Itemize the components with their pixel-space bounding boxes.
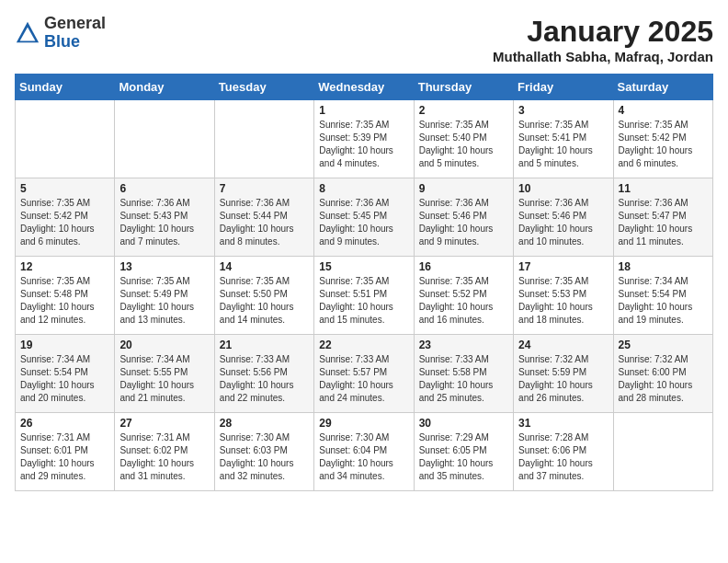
calendar-day-header: Monday [115,75,214,100]
day-info: Sunrise: 7:32 AMSunset: 6:00 PMDaylight:… [619,353,708,405]
day-number: 21 [220,339,309,351]
calendar-cell: 1Sunrise: 7:35 AMSunset: 5:39 PMDaylight… [314,100,414,178]
day-info: Sunrise: 7:35 AMSunset: 5:40 PMDaylight:… [419,119,508,170]
calendar-cell: 11Sunrise: 7:36 AMSunset: 5:47 PMDayligh… [613,178,712,257]
calendar-day-header: Sunday [16,75,115,100]
day-number: 7 [220,182,309,195]
calendar-subtitle: Muthallath Sabha, Mafraq, Jordan [493,49,713,64]
day-number: 31 [518,417,608,430]
day-info: Sunrise: 7:36 AMSunset: 5:47 PMDaylight:… [619,197,708,248]
day-number: 8 [319,182,408,195]
day-info: Sunrise: 7:33 AMSunset: 5:57 PMDaylight:… [319,353,408,405]
day-info: Sunrise: 7:35 AMSunset: 5:50 PMDaylight:… [220,275,309,327]
day-number: 23 [419,339,508,351]
day-info: Sunrise: 7:34 AMSunset: 5:55 PMDaylight:… [119,353,209,405]
day-number: 25 [619,339,708,351]
calendar-header-row: SundayMondayTuesdayWednesdayThursdayFrid… [16,75,713,100]
day-number: 3 [518,104,608,117]
day-info: Sunrise: 7:35 AMSunset: 5:39 PMDaylight:… [319,119,408,170]
day-number: 15 [319,260,408,273]
calendar-cell: 2Sunrise: 7:35 AMSunset: 5:40 PMDaylight… [414,100,513,178]
day-number: 2 [419,104,508,117]
day-info: Sunrise: 7:33 AMSunset: 5:58 PMDaylight:… [419,353,508,405]
day-info: Sunrise: 7:35 AMSunset: 5:42 PMDaylight:… [20,197,109,248]
day-number: 17 [518,260,608,273]
calendar-day-header: Tuesday [214,75,313,100]
calendar-week-row: 1Sunrise: 7:35 AMSunset: 5:39 PMDaylight… [16,100,713,178]
day-number: 19 [20,339,109,351]
calendar-cell: 19Sunrise: 7:34 AMSunset: 5:54 PMDayligh… [16,335,115,413]
calendar-cell: 15Sunrise: 7:35 AMSunset: 5:51 PMDayligh… [314,257,414,335]
calendar-cell [214,100,313,178]
day-number: 10 [518,182,608,195]
day-number: 11 [619,182,708,195]
day-number: 27 [119,417,209,430]
day-info: Sunrise: 7:31 AMSunset: 6:02 PMDaylight:… [119,431,209,483]
page-header: General Blue January 2025 Muthallath Sab… [15,15,713,64]
calendar-cell: 23Sunrise: 7:33 AMSunset: 5:58 PMDayligh… [414,335,513,413]
day-number: 6 [119,182,209,195]
day-info: Sunrise: 7:32 AMSunset: 5:59 PMDaylight:… [518,353,608,405]
calendar-week-row: 26Sunrise: 7:31 AMSunset: 6:01 PMDayligh… [16,413,713,491]
calendar-cell: 26Sunrise: 7:31 AMSunset: 6:01 PMDayligh… [16,413,115,491]
calendar-cell: 4Sunrise: 7:35 AMSunset: 5:42 PMDaylight… [613,100,712,178]
day-info: Sunrise: 7:35 AMSunset: 5:48 PMDaylight:… [20,275,109,327]
day-number: 22 [319,339,408,351]
day-info: Sunrise: 7:34 AMSunset: 5:54 PMDaylight:… [20,353,109,405]
calendar-cell [115,100,214,178]
calendar-cell: 25Sunrise: 7:32 AMSunset: 6:00 PMDayligh… [613,335,712,413]
calendar-cell: 10Sunrise: 7:36 AMSunset: 5:46 PMDayligh… [514,178,613,257]
calendar-cell: 17Sunrise: 7:35 AMSunset: 5:53 PMDayligh… [514,257,613,335]
calendar-cell: 8Sunrise: 7:36 AMSunset: 5:45 PMDaylight… [314,178,414,257]
calendar-cell: 14Sunrise: 7:35 AMSunset: 5:50 PMDayligh… [214,257,313,335]
day-info: Sunrise: 7:36 AMSunset: 5:46 PMDaylight:… [419,197,508,248]
calendar-cell: 31Sunrise: 7:28 AMSunset: 6:06 PMDayligh… [514,413,613,491]
logo-icon [15,20,40,46]
day-info: Sunrise: 7:28 AMSunset: 6:06 PMDaylight:… [518,431,608,483]
calendar-cell: 21Sunrise: 7:33 AMSunset: 5:56 PMDayligh… [214,335,313,413]
day-info: Sunrise: 7:36 AMSunset: 5:46 PMDaylight:… [518,197,608,248]
day-info: Sunrise: 7:30 AMSunset: 6:03 PMDaylight:… [220,431,309,483]
calendar-week-row: 5Sunrise: 7:35 AMSunset: 5:42 PMDaylight… [16,178,713,257]
day-number: 4 [619,104,708,117]
calendar-title: January 2025 [493,15,713,49]
calendar-day-header: Thursday [414,75,513,100]
calendar-day-header: Wednesday [314,75,414,100]
day-info: Sunrise: 7:35 AMSunset: 5:42 PMDaylight:… [619,119,708,170]
calendar-table: SundayMondayTuesdayWednesdayThursdayFrid… [15,74,713,491]
calendar-cell: 30Sunrise: 7:29 AMSunset: 6:05 PMDayligh… [414,413,513,491]
day-info: Sunrise: 7:36 AMSunset: 5:43 PMDaylight:… [119,197,209,248]
day-info: Sunrise: 7:31 AMSunset: 6:01 PMDaylight:… [20,431,109,483]
calendar-cell: 20Sunrise: 7:34 AMSunset: 5:55 PMDayligh… [115,335,214,413]
day-info: Sunrise: 7:36 AMSunset: 5:44 PMDaylight:… [220,197,309,248]
calendar-cell: 6Sunrise: 7:36 AMSunset: 5:43 PMDaylight… [115,178,214,257]
day-number: 29 [319,417,408,430]
calendar-cell: 7Sunrise: 7:36 AMSunset: 5:44 PMDaylight… [214,178,313,257]
day-number: 14 [220,260,309,273]
calendar-cell: 28Sunrise: 7:30 AMSunset: 6:03 PMDayligh… [214,413,313,491]
day-number: 30 [419,417,508,430]
day-number: 1 [319,104,408,117]
day-number: 18 [619,260,708,273]
day-info: Sunrise: 7:35 AMSunset: 5:41 PMDaylight:… [518,119,608,170]
day-info: Sunrise: 7:33 AMSunset: 5:56 PMDaylight:… [220,353,309,405]
day-number: 5 [20,182,109,195]
calendar-cell: 18Sunrise: 7:34 AMSunset: 5:54 PMDayligh… [613,257,712,335]
calendar-week-row: 12Sunrise: 7:35 AMSunset: 5:48 PMDayligh… [16,257,713,335]
day-info: Sunrise: 7:35 AMSunset: 5:49 PMDaylight:… [119,275,209,327]
calendar-cell: 13Sunrise: 7:35 AMSunset: 5:49 PMDayligh… [115,257,214,335]
calendar-day-header: Friday [514,75,613,100]
calendar-cell: 9Sunrise: 7:36 AMSunset: 5:46 PMDaylight… [414,178,513,257]
calendar-cell: 5Sunrise: 7:35 AMSunset: 5:42 PMDaylight… [16,178,115,257]
day-number: 28 [220,417,309,430]
title-block: January 2025 Muthallath Sabha, Mafraq, J… [493,15,713,64]
day-info: Sunrise: 7:35 AMSunset: 5:51 PMDaylight:… [319,275,408,327]
calendar-day-header: Saturday [613,75,712,100]
day-number: 13 [119,260,209,273]
day-number: 24 [518,339,608,351]
calendar-cell: 16Sunrise: 7:35 AMSunset: 5:52 PMDayligh… [414,257,513,335]
calendar-cell: 22Sunrise: 7:33 AMSunset: 5:57 PMDayligh… [314,335,414,413]
day-info: Sunrise: 7:34 AMSunset: 5:54 PMDaylight:… [619,275,708,327]
logo: General Blue [15,15,106,52]
day-info: Sunrise: 7:29 AMSunset: 6:05 PMDaylight:… [419,431,508,483]
